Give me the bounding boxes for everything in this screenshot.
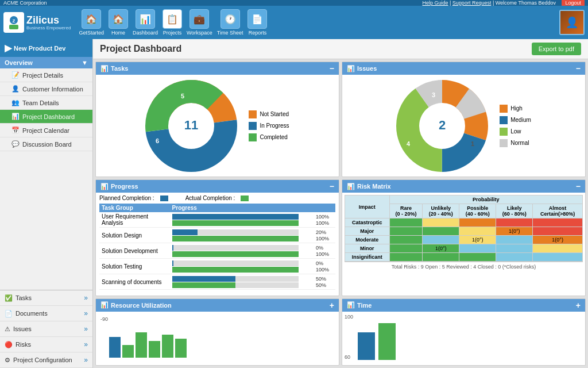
risk-cell [496, 253, 533, 262]
sidebar-risks[interactable]: 🔴Risks » [0, 337, 92, 352]
risk-cell [496, 236, 533, 244]
tasks-minimize-btn[interactable]: − [330, 64, 334, 73]
sidebar: ▶ New Product Dev Overview ▼ 📝 Project D… [0, 39, 93, 368]
actual-label: Actual Completion : [185, 195, 235, 201]
risk-cell-value: 1(0°) [459, 236, 496, 244]
nav-getstarted[interactable]: 🏠 GetStarted [79, 9, 104, 36]
nav-home[interactable]: 🏠 Home [109, 9, 128, 36]
progress-panel-body: Planned Completion : Actual Completion :… [96, 193, 339, 295]
progress-legend: Planned Completion : Actual Completion : [99, 195, 335, 201]
progress-panel-header: 📊 Progress − [96, 180, 339, 193]
task-name: Scanning of documents [99, 274, 170, 290]
nav-reports[interactable]: 📄 Reports [247, 9, 267, 36]
issues-donut-chart: 2 3 4 1 [396, 80, 488, 172]
risk-cell [389, 253, 423, 262]
impact-catastrophic: Catastroptic [345, 218, 390, 227]
col-task-group: Task Group [99, 204, 170, 212]
risk-cell [389, 227, 423, 236]
issues-sb-icon: ⚠ [5, 325, 10, 333]
risk-cell [459, 218, 496, 227]
tasks-panel-icon: 📊 [100, 65, 109, 72]
docs-arrow: » [84, 309, 88, 317]
svg-text:5: 5 [181, 93, 184, 99]
progress-panel-icon: 📊 [100, 183, 109, 190]
risk-cell [459, 244, 496, 253]
col-progress: Progress [170, 204, 312, 212]
issues-legend-high: High [500, 105, 531, 113]
risk-panel-body: Impact Probability Rare(0 - 20%) Unlikel… [342, 193, 585, 295]
svg-text:Z: Z [13, 18, 16, 24]
customer-info-icon: 👤 [11, 85, 20, 93]
table-row: Scanning of documents 50%50% [99, 274, 335, 290]
tasks-chart: 11 5 6 Not Started I [99, 78, 335, 173]
sidebar-item-discussion-board[interactable]: 💬 Discussion Board [0, 137, 92, 151]
table-row: User RequirementAnalysis 100%100% [99, 212, 335, 228]
nav-timesheet[interactable]: 🕐 Time Sheet [217, 9, 243, 36]
prob-unlikely: Unlikely(20 - 40%) [423, 204, 459, 218]
sidebar-project-config[interactable]: ⚙Project Configuration » [0, 352, 92, 368]
risk-matrix-table: Impact Probability Rare(0 - 20%) Unlikel… [345, 195, 583, 262]
company-name: ACME Corporation [3, 0, 47, 6]
dashboard-grid: 📊 Tasks − [93, 59, 588, 368]
resource-bar [122, 345, 134, 358]
task-bars [170, 212, 312, 228]
impact-minor: Minor [345, 244, 390, 253]
task-name: Solution Testing [99, 259, 170, 274]
medium-color [500, 116, 508, 124]
table-row: Solution Development 0%100% [99, 243, 335, 259]
col-pct [312, 204, 335, 212]
time-panel-icon: 📊 [347, 301, 355, 309]
planned-label: Planned Completion : [99, 195, 154, 201]
logo-name: Zilicus [26, 15, 71, 25]
sidebar-item-project-details[interactable]: 📝 Project Details [0, 68, 92, 82]
time-bar [358, 332, 375, 360]
sidebar-overview-header[interactable]: Overview ▼ [0, 57, 92, 68]
table-row: Moderate 1(0°) 1(0°) [345, 236, 583, 244]
getstarted-icon: 🏠 [82, 9, 101, 29]
risk-cell [389, 244, 423, 253]
svg-text:1: 1 [471, 140, 474, 147]
svg-text:3: 3 [432, 91, 435, 98]
export-pdf-button[interactable]: Export to pdf [532, 43, 581, 55]
impact-major: Major [345, 227, 390, 236]
project-dashboard-icon: 📊 [11, 113, 20, 120]
tasks-legend-completed: Completed [249, 133, 289, 141]
issues-minimize-btn[interactable]: − [576, 64, 581, 73]
reports-icon: 📄 [247, 9, 267, 29]
tasks-legend-not-started: Not Started [249, 110, 289, 118]
time-panel: 📊 Time + 100 60 [342, 298, 586, 366]
sidebar-tasks[interactable]: ✅Tasks » [0, 290, 92, 306]
overview-label: Overview [5, 59, 33, 66]
progress-minimize-btn[interactable]: − [330, 182, 334, 191]
resource-chart: -90 [98, 314, 336, 360]
sidebar-item-customer-info[interactable]: 👤 Customer Information [0, 82, 92, 96]
nav-dashboard[interactable]: 📊 Dashboard [133, 9, 158, 36]
nav-projects[interactable]: 📋 Projects [163, 9, 182, 36]
normal-color [500, 139, 508, 147]
table-row: Major 1(0°) [345, 227, 583, 236]
time-y-axis: 100 60 [345, 314, 353, 360]
resource-bars [109, 316, 334, 358]
resource-minimize-btn[interactable]: + [330, 301, 334, 310]
time-panel-title: Time [357, 302, 372, 309]
sidebar-documents[interactable]: 📄Documents » [0, 306, 92, 321]
tasks-panel-body: 11 5 6 Not Started I [96, 75, 339, 177]
sidebar-item-team-details[interactable]: 👥 Team Details [0, 96, 92, 110]
tasks-panel-header: 📊 Tasks − [96, 62, 339, 75]
sidebar-item-project-calendar[interactable]: 📅 Project Calendar [0, 124, 92, 137]
risk-footer: Total Risks : 9 Open : 5 Reviewed : 4 Cl… [345, 262, 583, 271]
risks-sb-icon: 🔴 [5, 341, 13, 348]
nav-bar: Z Zilicus Business Empowered 🏠 GetStarte… [0, 6, 588, 39]
risks-arrow: » [84, 340, 88, 348]
nav-workspace[interactable]: 💼 Workspace [187, 9, 212, 36]
risk-cell [389, 236, 423, 244]
planned-color-box [160, 195, 168, 201]
sidebar-item-project-dashboard[interactable]: 📊 Project Dashboard [0, 110, 92, 124]
time-minimize-btn[interactable]: + [576, 301, 581, 310]
risk-minimize-btn[interactable]: − [576, 182, 581, 191]
config-arrow: » [84, 356, 88, 364]
issues-arrow: » [84, 325, 88, 333]
docs-sb-icon: 📄 [5, 310, 13, 317]
main-layout: ▶ New Product Dev Overview ▼ 📝 Project D… [0, 39, 588, 368]
sidebar-issues[interactable]: ⚠Issues » [0, 321, 92, 337]
